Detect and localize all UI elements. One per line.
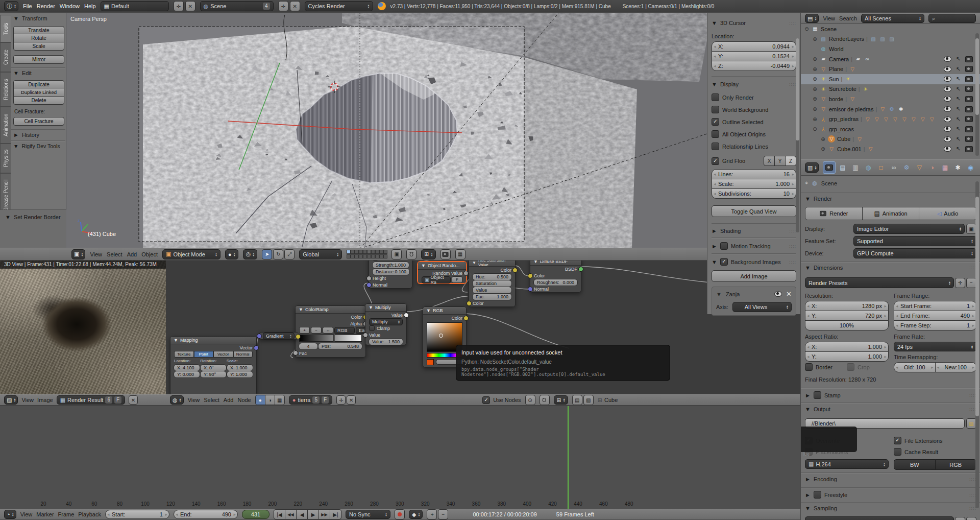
panel-dimensions[interactable]: ▼Dimensions::::	[805, 265, 976, 271]
renderability-camera-icon[interactable]	[965, 76, 973, 82]
remove-preset-button[interactable]: −	[966, 278, 976, 288]
panel-stamp[interactable]: ►Stamp::::	[805, 391, 976, 399]
mapping-texture-button[interactable]: Texture	[174, 351, 194, 358]
color-swatch[interactable]	[427, 359, 434, 365]
use-nodes-checkbox[interactable]: ✓Use Nodes	[482, 396, 521, 404]
tab-particles[interactable]: ✱	[952, 162, 964, 173]
file-format-selector[interactable]: ▦H.264▴▾	[805, 459, 889, 469]
selectability-cursor-icon[interactable]: ↖	[956, 126, 961, 132]
mapping-point-button[interactable]: Point	[194, 351, 214, 358]
crop-checkbox[interactable]: Crop	[847, 363, 870, 371]
menu-image[interactable]: Image	[37, 397, 53, 403]
add-stop-button[interactable]: +	[299, 327, 310, 334]
menu-frame[interactable]: Frame	[58, 511, 75, 517]
visibility-eye-icon[interactable]	[944, 146, 951, 152]
image-datablock-selector[interactable]: ▦ Render Result 6 F	[57, 395, 125, 405]
value-field[interactable]: Value	[472, 287, 512, 294]
scene-add-button[interactable]: ✛	[278, 1, 288, 11]
node-hue-saturation[interactable]: ▼Hue Saturation Value Color Hue:0.500 Sa…	[469, 261, 516, 307]
mirror-button[interactable]: Mirror	[13, 55, 64, 64]
panel-display[interactable]: ▼Display::::	[712, 81, 796, 87]
value-field[interactable]: Value:1.500	[369, 338, 403, 345]
outliner-row-renderlayers[interactable]: ⊕▨RenderLayers|▨▨▨	[801, 34, 980, 44]
expand-icon[interactable]: ⊕	[820, 136, 826, 142]
pin-button[interactable]: ⊙	[525, 395, 535, 405]
saturation-field[interactable]: Saturation	[472, 280, 512, 287]
distance-field[interactable]: Distance:0.100	[372, 268, 410, 275]
input-socket[interactable]	[366, 282, 372, 288]
selectability-cursor-icon[interactable]: ↖	[956, 56, 961, 62]
file-extensions-checkbox[interactable]: ✓File Extensions	[894, 437, 943, 444]
visibility-eye-icon[interactable]	[944, 66, 951, 72]
device-selector[interactable]: GPU Compute▴▾	[853, 248, 976, 258]
selectability-cursor-icon[interactable]: ↖	[956, 96, 961, 102]
outliner-row-world[interactable]: ◍World	[801, 44, 980, 54]
remap-old-field[interactable]: Old: 100	[894, 362, 936, 372]
location-x-field[interactable]: X: 4.100	[174, 364, 200, 371]
unlink-button[interactable]: ✕	[129, 395, 138, 405]
panel-rigify-dev-tools[interactable]: ▼Rigify Dev Tools	[13, 143, 66, 149]
mapping-vector-button[interactable]: Vector	[213, 351, 233, 358]
renderability-camera-icon[interactable]	[965, 66, 973, 72]
menu-playback[interactable]: Playback	[78, 511, 101, 517]
tab-animation[interactable]: Animation	[0, 107, 11, 144]
outliner-filter-selector[interactable]: All Scenes▴▾	[861, 14, 924, 23]
layout-delete-button[interactable]: ✕	[185, 1, 195, 11]
render-presets-selector[interactable]: Render Presets▴▾	[805, 277, 954, 288]
viewport-3d[interactable]: z Camera Persp (431) Cube	[66, 13, 707, 248]
output-socket[interactable]	[578, 267, 583, 272]
menu-object[interactable]: Object	[141, 251, 158, 257]
output-socket[interactable]	[254, 345, 259, 350]
folder-icon[interactable]: ▨	[966, 418, 976, 429]
gradient-type-selector[interactable]: Gradient▴▾	[263, 333, 295, 340]
start-frame-field[interactable]: Start:1	[105, 510, 169, 519]
stop-position-field[interactable]: Pos:0.548	[318, 343, 362, 350]
cursor-x-field[interactable]: X:0.0944	[712, 41, 796, 52]
panel-history[interactable]: ►History	[13, 132, 64, 138]
shader-nodes-button[interactable]: ●	[255, 395, 265, 405]
current-frame-field[interactable]: 431	[242, 510, 270, 519]
mode-selector[interactable]: ▣Object Mode▴▾	[162, 249, 220, 259]
outliner-row-grp-piedras[interactable]: ⊕Ygrp_piedras|▽▽▽▽▽▽▽▽↖	[801, 114, 980, 124]
resolution-y-field[interactable]: Y:720 px	[805, 311, 889, 321]
remap-new-field[interactable]: New:100	[935, 362, 977, 372]
grid-scale-field[interactable]: Scale:1.000	[712, 179, 796, 189]
editor-type-button[interactable]: ◔▴▾	[4, 510, 16, 519]
panel-freestyle[interactable]: ►Freestyle::::	[805, 491, 976, 499]
tab-world[interactable]: ◍	[863, 162, 874, 173]
render-audio-button[interactable]: ◁Audio	[919, 207, 976, 220]
cache-result-checkbox[interactable]: Cache Result	[894, 448, 938, 456]
feature-set-selector[interactable]: Supported▴▾	[853, 236, 976, 246]
node-colorramp[interactable]: ▼ColorRamp Color Alpha + − ↔ RGB Ease 4 …	[295, 305, 366, 358]
renderability-camera-icon[interactable]	[965, 86, 973, 92]
fake-user-button[interactable]: F	[322, 396, 329, 404]
scrollbar[interactable]	[975, 181, 979, 508]
menu-help[interactable]: Help	[84, 3, 96, 9]
tab-relations[interactable]: Relations	[0, 72, 11, 107]
editor-type-button[interactable]: ◍▴▾	[170, 395, 184, 405]
tab-texture[interactable]: ▦	[939, 162, 951, 173]
sampling-presets-selector[interactable]: Sampling Presets▴▾	[805, 516, 954, 520]
close-icon[interactable]: ✕	[786, 290, 792, 298]
menu-render[interactable]: Render	[37, 3, 55, 9]
add-preset-button[interactable]: ✛	[955, 278, 965, 288]
current-frame-line[interactable]	[568, 406, 569, 509]
outliner-row-cube-001[interactable]: ⊕▽Cube.001|▽↖	[801, 144, 980, 154]
mapping-normal-button[interactable]: Normal	[233, 351, 253, 358]
panel-motion-tracking[interactable]: ►Motion Tracking::::	[712, 242, 796, 250]
remove-preset-button[interactable]: −	[966, 517, 976, 520]
panel-render[interactable]: ▼Render::::	[805, 196, 976, 202]
selectability-cursor-icon[interactable]: ↖	[956, 76, 961, 82]
outliner-search-input[interactable]: ⌕	[928, 14, 976, 23]
tab-object[interactable]: □	[875, 162, 887, 173]
add-preset-button[interactable]: ✛	[955, 517, 965, 520]
renderability-camera-icon[interactable]	[965, 116, 973, 122]
input-socket[interactable]	[257, 334, 262, 339]
keying-set-selector[interactable]: ◆▴▾	[409, 510, 423, 519]
lock-icon[interactable]: ▣	[391, 249, 402, 259]
renderability-camera-icon[interactable]	[965, 106, 973, 112]
next-keyframe-button[interactable]: ▶▶	[318, 509, 330, 519]
menu-view[interactable]: View	[823, 15, 835, 21]
menu-window[interactable]: Window	[60, 3, 80, 9]
cell-fracture-button[interactable]: Cell Fracture	[13, 117, 64, 126]
